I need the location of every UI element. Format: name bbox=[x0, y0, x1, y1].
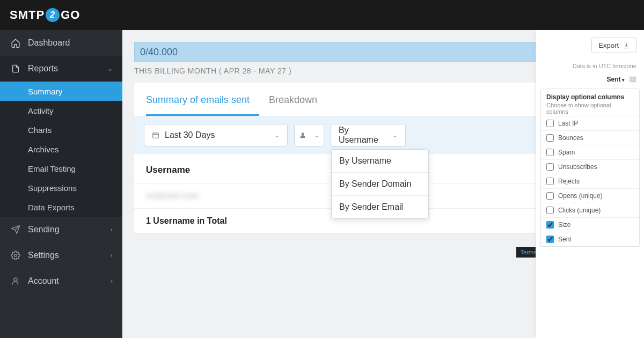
user-icon bbox=[299, 131, 306, 139]
sub-summary[interactable]: Summary bbox=[0, 82, 122, 101]
chevron-right-icon: ‹ bbox=[111, 252, 113, 259]
dd-by-sender-domain[interactable]: By Sender Domain bbox=[332, 173, 428, 196]
nav-reports[interactable]: Reports ⌄ bbox=[0, 56, 122, 82]
sort-select[interactable]: Sent bbox=[606, 76, 625, 83]
gear-icon bbox=[10, 251, 21, 260]
opt-size[interactable]: Size bbox=[541, 217, 639, 232]
columns-icon[interactable] bbox=[629, 76, 636, 83]
chevron-down-icon: ⌄ bbox=[107, 65, 113, 72]
svg-rect-6 bbox=[634, 77, 635, 82]
sub-data-exports[interactable]: Data Exports bbox=[0, 197, 122, 217]
sub-email-testing[interactable]: Email Testing bbox=[0, 159, 122, 178]
logo-pre: SMTP bbox=[10, 8, 45, 22]
nav-dashboard[interactable]: Dashboard bbox=[0, 30, 122, 56]
opt-list: Last IP Bounces Spam Unsubscribes Reject… bbox=[541, 116, 639, 246]
export-button[interactable]: Export bbox=[591, 38, 636, 53]
opt-bounces[interactable]: Bounces bbox=[541, 130, 639, 145]
file-icon bbox=[10, 64, 21, 74]
nav-label: Sending bbox=[28, 225, 60, 234]
checkbox[interactable] bbox=[546, 134, 554, 142]
sub-archives[interactable]: Archives bbox=[0, 139, 122, 159]
sub-charts[interactable]: Charts bbox=[0, 120, 122, 139]
date-range-select[interactable]: Last 30 Days ⌄ bbox=[144, 124, 288, 146]
logo-two: 2 bbox=[46, 8, 60, 22]
user-filter[interactable]: ⌄ bbox=[294, 124, 324, 146]
timezone-note: Data is in UTC timezone bbox=[536, 53, 644, 74]
date-range-label: Last 30 Days bbox=[165, 130, 215, 140]
checkbox[interactable] bbox=[546, 120, 554, 127]
chevron-down-icon: ⌄ bbox=[274, 131, 280, 139]
dd-by-username[interactable]: By Username bbox=[332, 150, 428, 173]
opt-title: Display optional columns bbox=[546, 93, 634, 101]
opt-opens[interactable]: Opens (unique) bbox=[541, 188, 639, 203]
opt-unsubscribes[interactable]: Unsubscribes bbox=[541, 159, 639, 174]
dd-by-sender-email[interactable]: By Sender Email bbox=[332, 196, 428, 218]
tab-summary[interactable]: Summary of emails sent bbox=[146, 83, 259, 116]
svg-rect-2 bbox=[153, 133, 159, 138]
sub-activity[interactable]: Activity bbox=[0, 101, 122, 120]
quota-text: 0/40.000 bbox=[140, 47, 178, 58]
user-icon bbox=[10, 276, 21, 286]
chevron-right-icon: ‹ bbox=[111, 277, 113, 285]
checkbox[interactable] bbox=[546, 178, 554, 185]
tab-breakdown[interactable]: Breakdown bbox=[269, 83, 327, 116]
chevron-down-icon: ⌄ bbox=[314, 131, 319, 139]
sub-suppressions[interactable]: Suppressions bbox=[0, 178, 122, 197]
nav-label: Reports bbox=[28, 64, 58, 74]
opt-rejects[interactable]: Rejects bbox=[541, 174, 639, 188]
send-icon bbox=[10, 225, 21, 234]
nav-sending[interactable]: Sending ‹ bbox=[0, 217, 122, 243]
svg-point-3 bbox=[302, 133, 304, 135]
opt-clicks[interactable]: Clicks (unique) bbox=[541, 203, 639, 217]
topbar: SMTP 2 GO bbox=[0, 0, 644, 30]
svg-point-0 bbox=[14, 254, 17, 257]
logo[interactable]: SMTP 2 GO bbox=[10, 8, 80, 22]
download-icon bbox=[623, 42, 630, 49]
group-by-label: By Username bbox=[339, 126, 385, 145]
chevron-right-icon: ‹ bbox=[111, 226, 113, 233]
calendar-icon bbox=[152, 131, 159, 139]
checkbox[interactable] bbox=[546, 163, 554, 171]
chevron-down-icon: ⌄ bbox=[392, 131, 398, 139]
nav-label: Account bbox=[28, 276, 59, 286]
svg-rect-4 bbox=[630, 77, 631, 82]
home-icon bbox=[10, 38, 21, 48]
svg-rect-5 bbox=[632, 77, 633, 82]
nav-settings[interactable]: Settings ‹ bbox=[0, 243, 122, 268]
checkbox[interactable] bbox=[546, 149, 554, 156]
checkbox[interactable] bbox=[546, 207, 554, 214]
sort-row: Sent bbox=[536, 74, 644, 86]
nav-label: Dashboard bbox=[28, 38, 70, 48]
main: 0/40.000 THIS BILLING MONTH ( APR 28 - M… bbox=[122, 30, 644, 338]
sidebar: Dashboard Reports ⌄ Summary Activity Cha… bbox=[0, 30, 122, 338]
export-label: Export bbox=[598, 41, 619, 49]
opt-spam[interactable]: Spam bbox=[541, 145, 639, 159]
checkbox[interactable] bbox=[546, 221, 554, 229]
opt-sub: Choose to show optional columns bbox=[546, 102, 634, 115]
group-by-select[interactable]: By Username ⌄ By Username By Sender Doma… bbox=[331, 124, 406, 146]
opt-sent[interactable]: Sent bbox=[541, 232, 639, 246]
right-panel: Export Data is in UTC timezone Sent Disp… bbox=[536, 30, 644, 338]
checkbox[interactable] bbox=[546, 192, 554, 200]
checkbox[interactable] bbox=[546, 236, 554, 243]
nav-reports-sub: Summary Activity Charts Archives Email T… bbox=[0, 82, 122, 217]
group-by-dropdown: By Username By Sender Domain By Sender E… bbox=[331, 149, 429, 219]
optional-columns-panel: Display optional columns Choose to show … bbox=[540, 89, 640, 247]
nav-label: Settings bbox=[28, 251, 59, 260]
svg-point-1 bbox=[14, 278, 17, 281]
opt-last-ip[interactable]: Last IP bbox=[541, 116, 639, 130]
logo-post: GO bbox=[61, 8, 80, 22]
nav-account[interactable]: Account ‹ bbox=[0, 268, 122, 294]
